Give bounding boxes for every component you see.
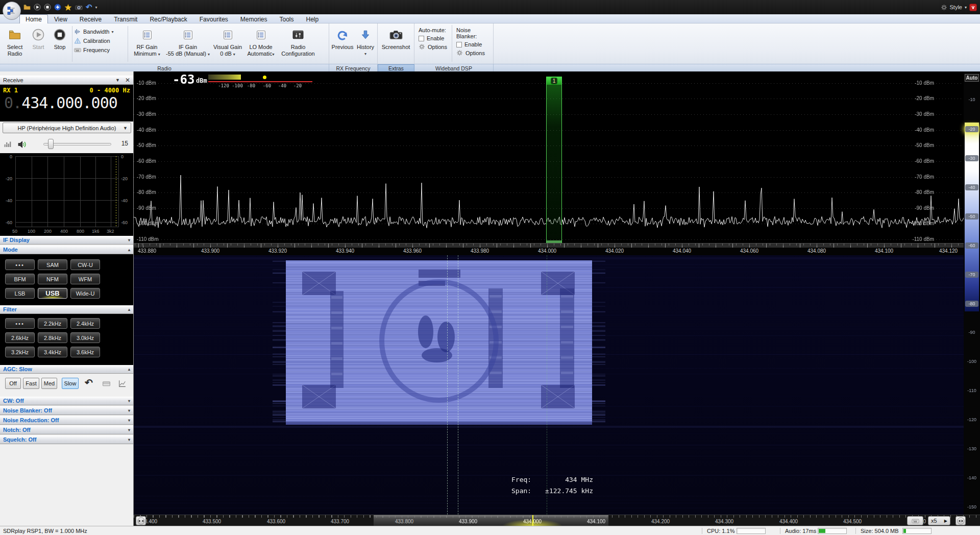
tab-home[interactable]: Home <box>19 14 48 23</box>
agc-undo-icon[interactable]: ↶ <box>85 377 93 388</box>
filter-34-button[interactable]: 3.4kHz <box>38 347 67 357</box>
ribbon-group-wideband-dsp: Auto-mute: Enable Options Noise Blanker:… <box>414 23 494 64</box>
visual-gain-button[interactable]: Visual Gain 0 dB ▾ <box>211 25 244 62</box>
start-button[interactable]: Start <box>28 25 49 62</box>
filter-24-button[interactable]: 2.4kHz <box>70 318 100 329</box>
filter-30-button[interactable]: 3.0kHz <box>70 332 100 343</box>
rf-gain-button[interactable]: RF Gain Minimum ▾ <box>130 25 164 62</box>
start-icon[interactable] <box>34 4 41 11</box>
center-button[interactable] <box>136 516 146 525</box>
undo-icon[interactable]: ↶ <box>86 5 92 10</box>
db-label-left: -110 dBm <box>137 236 159 242</box>
agc-med-button[interactable]: Med <box>41 378 57 389</box>
mode-usb-button[interactable]: USB <box>38 288 67 299</box>
section-agc[interactable]: AGC: Slow▴ <box>0 365 133 374</box>
app-menu-button[interactable] <box>3 2 21 20</box>
history-button[interactable]: History ▾ <box>355 25 376 62</box>
mode-lsb-button[interactable]: LSB <box>5 288 35 299</box>
filter-28-button[interactable]: 2.8kHz <box>38 332 67 343</box>
section-cw[interactable]: CW: Off▾ <box>0 397 133 405</box>
keyboard-entry-button[interactable] <box>907 516 923 525</box>
open-folder-icon[interactable] <box>23 4 31 11</box>
panel-collapse-icon[interactable]: ▼ <box>115 78 120 83</box>
zoom-button[interactable]: x5▶ <box>928 516 950 525</box>
auto-mute-options[interactable]: Options <box>419 43 449 50</box>
section-squelch[interactable]: Squelch: Off▾ <box>0 435 133 444</box>
waterfall-display[interactable]: Freq:434 MHz Span:±122.745 kHz <box>134 255 964 515</box>
radio-configuration-button[interactable]: RadioConfiguration <box>278 25 318 62</box>
mode-wideu-button[interactable]: Wide-U <box>70 288 100 299</box>
tuned-frequency[interactable]: 0.434.000.000 <box>4 94 117 112</box>
section-notch[interactable]: Notch: Off▾ <box>0 426 133 434</box>
section-if-display[interactable]: IF Display▾ <box>0 236 133 245</box>
noise-blanker-options[interactable]: Options <box>456 50 490 56</box>
frequency-button[interactable]: Frequency <box>74 46 126 54</box>
waterfall-colour-scale[interactable]: Auto -10 -20 -30 -40 -50 -60 -70 -80 -90… <box>964 71 980 515</box>
scale-marker-high[interactable]: -20 <box>965 126 978 132</box>
add-icon[interactable] <box>54 4 61 11</box>
tab-rec-playback[interactable]: Rec/Playback <box>143 14 193 23</box>
mode-more-button[interactable]: ••• <box>5 259 35 270</box>
agc-fast-button[interactable]: Fast <box>23 378 39 389</box>
tab-receive[interactable]: Receive <box>74 14 108 23</box>
bandwidth-button[interactable]: Bandwidth▾ <box>74 28 126 35</box>
agc-monitor-icon[interactable] <box>102 379 111 388</box>
tuning-marker[interactable]: 1 <box>546 77 562 243</box>
section-noise-reduction[interactable]: Noise Reduction: Off▾ <box>0 416 133 425</box>
db-label-left: -50 dBm <box>137 142 156 148</box>
agc-graph-icon[interactable] <box>118 379 127 388</box>
filter-more-button[interactable]: ••• <box>5 318 35 329</box>
levels-icon[interactable] <box>4 140 12 148</box>
agc-slow-button[interactable]: Slow <box>62 378 79 389</box>
toolbar-overflow-icon[interactable]: ▾ <box>95 5 97 10</box>
auto-mute-enable[interactable]: Enable <box>419 35 449 41</box>
screenshot-icon[interactable] <box>75 4 83 10</box>
tab-view[interactable]: View <box>48 14 74 23</box>
filter-26-button[interactable]: 2.6kHz <box>5 332 35 343</box>
scale-label: -100 <box>964 359 980 364</box>
audio-device-select[interactable]: HP (Périphérique High Definition Audio) … <box>3 123 131 133</box>
options-gear-icon <box>456 50 463 56</box>
spectrum-frequency-labels: 433.880 433.900 433.920 433.940 433.960 … <box>134 248 964 255</box>
tab-favourites[interactable]: Favourites <box>193 14 234 23</box>
panel-close-icon[interactable]: ✕ <box>125 77 130 84</box>
filter-22-button[interactable]: 2.2kHz <box>38 318 67 329</box>
favourite-star-icon[interactable] <box>64 4 72 11</box>
tuning-marker-cap[interactable]: 1 <box>547 77 561 85</box>
auto-range-button[interactable]: Auto <box>965 74 979 82</box>
if-gain-button[interactable]: IF Gain -55 dB (Manual) ▾ <box>164 25 211 62</box>
mode-cwu-button[interactable]: CW-U <box>70 259 100 270</box>
tab-memories[interactable]: Memories <box>234 14 274 23</box>
filter-32-button[interactable]: 3.2kHz <box>5 347 35 357</box>
agc-off-button[interactable]: Off <box>5 378 21 389</box>
filter-36-button[interactable]: 3.6kHz <box>70 347 100 357</box>
spectrum-display[interactable]: -63 dBm -120 -100 -80 -60 -40 -20 -10 dB… <box>134 71 964 255</box>
auto-mute-checkbox[interactable] <box>419 36 424 41</box>
screenshot-button[interactable]: Screenshot <box>379 25 413 62</box>
section-noise-blanker[interactable]: Noise Blanker: Off▾ <box>0 406 133 415</box>
style-dropdown-icon[interactable]: ▾ <box>965 5 967 10</box>
section-mode[interactable]: Mode▴ <box>0 246 133 254</box>
tab-tools[interactable]: Tools <box>274 14 300 23</box>
volume-slider-thumb[interactable] <box>48 139 54 149</box>
s-meter-line <box>208 81 312 82</box>
mode-wfm-button[interactable]: WFM <box>70 274 100 284</box>
mode-bfm-button[interactable]: BFM <box>5 274 35 284</box>
mode-nfm-button[interactable]: NFM <box>38 274 67 284</box>
noise-blanker-checkbox[interactable] <box>456 42 462 47</box>
lo-mode-button[interactable]: LO Mode Automatic▾ <box>244 25 278 62</box>
noise-blanker-enable[interactable]: Enable <box>456 41 490 47</box>
tab-transmit[interactable]: Transmit <box>108 14 143 23</box>
mode-sam-button[interactable]: SAM <box>38 259 67 270</box>
speaker-icon[interactable] <box>17 140 28 149</box>
band-navigation-bar[interactable]: 433.400 433.500 433.600 433.700 433.800 … <box>134 515 980 526</box>
select-radio-button[interactable]: SelectRadio <box>2 25 28 62</box>
style-menu[interactable]: Style <box>950 4 962 10</box>
spectrum-frequency-ruler[interactable] <box>134 243 964 248</box>
calibration-button[interactable]: Calibration <box>74 37 126 44</box>
stop-button[interactable]: Stop <box>49 25 70 62</box>
expand-button[interactable] <box>955 516 966 525</box>
section-filter[interactable]: Filter▴ <box>0 305 133 314</box>
tab-help[interactable]: Help <box>300 14 325 23</box>
previous-button[interactable]: Previous <box>330 25 355 62</box>
